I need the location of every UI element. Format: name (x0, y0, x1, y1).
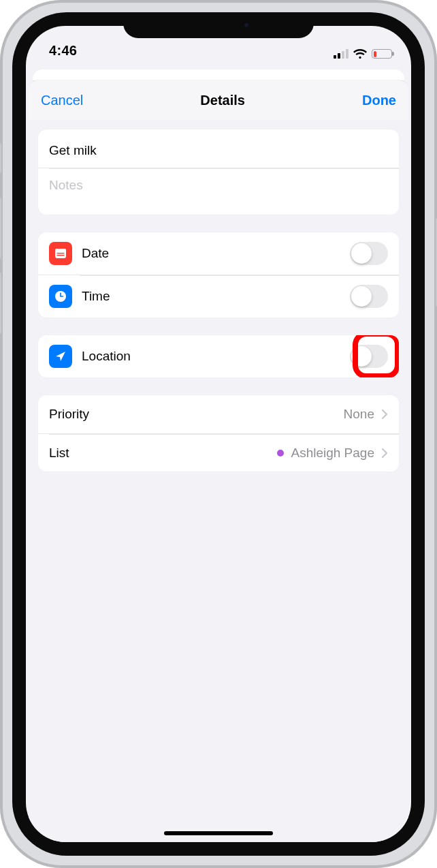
notch (123, 12, 314, 38)
list-row[interactable]: List Ashleigh Page (38, 433, 399, 471)
sheet-content: Date Time (29, 120, 408, 842)
priority-value: None (344, 407, 374, 422)
reminder-title-input[interactable] (49, 142, 388, 159)
date-row: Date (38, 232, 399, 275)
svg-rect-3 (57, 255, 65, 255)
side-button-vol-down (0, 273, 1, 334)
done-button[interactable]: Done (362, 93, 396, 108)
date-time-group: Date Time (38, 232, 399, 317)
wifi-icon (353, 49, 367, 59)
details-sheet: Cancel Details Done (29, 80, 408, 842)
underlying-sheet-edge (33, 69, 404, 80)
time-label: Time (82, 289, 340, 304)
priority-row[interactable]: Priority None (38, 395, 399, 433)
status-time: 4:46 (49, 43, 77, 59)
priority-label: Priority (49, 407, 334, 422)
side-button-vol-up (0, 198, 1, 259)
nav-bar: Cancel Details Done (29, 80, 408, 120)
date-label: Date (82, 246, 340, 261)
list-value: Ashleigh Page (291, 446, 374, 461)
location-toggle[interactable] (350, 345, 388, 368)
screen: 4:46 Cancel Details Done (26, 26, 411, 842)
svg-rect-6 (60, 296, 63, 297)
svg-rect-2 (57, 253, 65, 253)
date-toggle[interactable] (350, 242, 388, 265)
chevron-right-icon (381, 409, 388, 420)
location-row: Location (38, 335, 399, 377)
clock-icon (49, 285, 72, 308)
cancel-button[interactable]: Cancel (41, 93, 83, 108)
title-notes-group (38, 129, 399, 215)
title-row[interactable] (38, 129, 399, 168)
chevron-right-icon (381, 448, 388, 459)
status-right (334, 49, 392, 59)
time-row: Time (38, 275, 399, 317)
list-color-dot (277, 450, 284, 456)
location-label: Location (82, 349, 340, 364)
reminder-notes-input[interactable] (49, 176, 388, 194)
page-title: Details (200, 93, 245, 108)
location-group: Location (38, 335, 399, 377)
phone-frame: 4:46 Cancel Details Done (0, 0, 437, 868)
phone-bezel: 4:46 Cancel Details Done (12, 12, 425, 856)
home-indicator[interactable] (164, 831, 273, 835)
calendar-icon (49, 242, 72, 265)
cellular-icon (334, 49, 349, 59)
battery-icon (372, 49, 392, 59)
notes-row[interactable] (38, 168, 399, 215)
priority-list-group: Priority None List Ashleigh Page (38, 395, 399, 471)
list-label: List (49, 446, 268, 461)
time-toggle[interactable] (350, 285, 388, 308)
side-button-silence (0, 143, 1, 173)
svg-rect-1 (55, 249, 66, 251)
location-arrow-icon (49, 345, 72, 368)
